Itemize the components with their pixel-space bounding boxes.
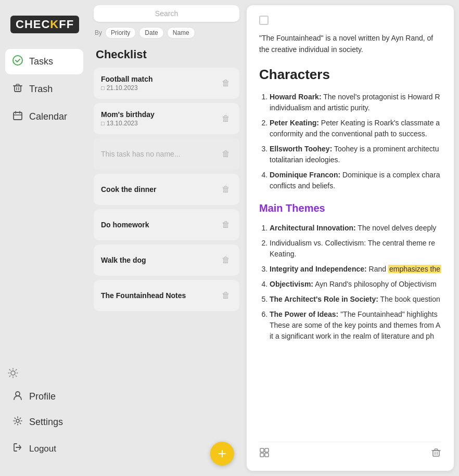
sidebar-item-tasks-label: Tasks (29, 56, 53, 67)
list-item: Ellsworth Toohey: Toohey is a prominent … (270, 144, 441, 165)
list-item: The Power of Ideas: "The Fountainhead" h… (270, 309, 441, 342)
list-item: Individualism vs. Collectivism: The cent… (270, 238, 441, 260)
settings-icon (12, 416, 23, 429)
filter-label: By (95, 29, 102, 36)
list-item: Objectivism: Ayn Rand's philosophy of Ob… (270, 279, 441, 290)
task-name: Walk the dog (101, 256, 146, 264)
logout-button[interactable]: Logout (5, 437, 83, 460)
task-info: Football match 21.10.2023 (101, 75, 153, 92)
tasks-icon (12, 55, 23, 68)
add-task-button[interactable]: + (210, 442, 234, 466)
logo-text: CHECKFF (10, 16, 79, 33)
task-date: 13.10.2023 (101, 120, 155, 127)
notes-content: "The Fountainhead" is a novel written by… (259, 32, 441, 435)
task-name: Football match (101, 75, 153, 83)
delete-task-btn[interactable]: 🗑 (220, 253, 232, 267)
svg-rect-10 (433, 451, 439, 456)
svg-rect-1 (15, 86, 21, 92)
task-name: Mom's birthday (101, 110, 155, 119)
sidebar-item-calendar-label: Calendar (29, 111, 67, 122)
logout-label: Logout (29, 444, 56, 454)
table-row[interactable]: Walk the dog 🗑 (94, 245, 239, 276)
theme-toggle-icon[interactable] (7, 367, 19, 379)
sidebar-item-profile[interactable]: Profile (5, 384, 83, 409)
task-info: Walk the dog (101, 256, 146, 264)
theme-name: Objectivism: (270, 280, 313, 288)
task-info: The Fountainhead Notes (101, 291, 186, 300)
sidebar: CHECKFF Tasks Trash (0, 0, 88, 476)
list-item: Architectural Innovation: The novel delv… (270, 223, 441, 234)
character-name: Ellsworth Toohey: (270, 145, 332, 153)
svg-point-3 (11, 371, 15, 375)
notes-panel: "The Fountainhead" is a novel written by… (247, 5, 454, 471)
search-bar[interactable]: Search (94, 5, 239, 22)
delete-task-btn[interactable]: 🗑 (220, 218, 232, 231)
svg-point-0 (13, 56, 22, 65)
notes-checkbox[interactable] (259, 16, 269, 25)
svg-point-4 (16, 392, 20, 396)
sidebar-item-profile-label: Profile (29, 391, 56, 402)
filter-name-btn[interactable]: Name (167, 27, 195, 38)
table-row[interactable]: This task has no name... 🗑 (94, 138, 239, 170)
nav-items: Tasks Trash Calendar (0, 49, 88, 208)
notes-intro: "The Fountainhead" is a novel written by… (259, 32, 441, 56)
sidebar-item-trash-label: Trash (29, 84, 53, 95)
task-info: Cook the dinner (101, 185, 157, 194)
delete-note-button[interactable] (431, 447, 441, 460)
sidebar-item-calendar[interactable]: Calendar (5, 104, 83, 130)
sidebar-item-tasks[interactable]: Tasks (5, 49, 83, 74)
delete-task-btn[interactable]: 🗑 (220, 76, 232, 90)
delete-task-btn[interactable]: 🗑 (220, 147, 232, 161)
table-row[interactable]: Cook the dinner 🗑 (94, 174, 239, 205)
theme-name: The Architect's Role in Society: (270, 295, 378, 303)
checklist-panel: Search By Priority Date Name Checklist F… (88, 0, 245, 476)
svg-rect-8 (260, 453, 264, 457)
checklist-title: Checklist (94, 44, 239, 68)
task-info: This task has no name... (101, 150, 181, 158)
delete-task-btn[interactable]: 🗑 (220, 112, 232, 125)
character-name: Howard Roark: (270, 93, 322, 101)
character-name: Peter Keating: (270, 119, 319, 127)
table-row[interactable]: Football match 21.10.2023 🗑 (94, 68, 239, 99)
trash-nav-icon (12, 83, 23, 96)
search-placeholder: Search (155, 9, 178, 18)
task-name: The Fountainhead Notes (101, 291, 186, 300)
table-row[interactable]: Do homework 🗑 (94, 209, 239, 240)
filter-row: By Priority Date Name (94, 27, 239, 38)
svg-rect-9 (265, 453, 269, 457)
list-item: Howard Roark: The novel's protagonist is… (270, 92, 441, 113)
svg-rect-2 (14, 112, 22, 120)
filter-date-btn[interactable]: Date (139, 27, 163, 38)
task-info: Mom's birthday 13.10.2023 (101, 110, 155, 127)
task-name: Cook the dinner (101, 185, 157, 194)
list-item: The Architect's Role in Society: The boo… (270, 294, 441, 305)
list-item: Peter Keating: Peter Keating is Roark's … (270, 118, 441, 139)
sidebar-item-trash[interactable]: Trash (5, 76, 83, 102)
filter-priority-btn[interactable]: Priority (105, 27, 136, 38)
theme-name: Architectural Innovation: (270, 224, 356, 232)
sidebar-item-settings-label: Settings (29, 417, 63, 428)
logo: CHECKFF (0, 10, 88, 49)
table-row[interactable]: The Fountainhead Notes 🗑 (94, 280, 239, 311)
logo-highlight: K (50, 18, 59, 31)
svg-point-5 (16, 419, 19, 422)
highlighted-text: emphasizes the (388, 265, 441, 273)
grid-view-button[interactable] (259, 447, 270, 460)
themes-list: Architectural Innovation: The novel delv… (259, 223, 441, 342)
notes-bottom-actions (259, 442, 441, 460)
character-name: Dominique Francon: (270, 171, 340, 179)
delete-task-btn[interactable]: 🗑 (220, 183, 232, 196)
theme-name: Integrity and Independence: (270, 265, 367, 273)
table-row[interactable]: Mom's birthday 13.10.2023 🗑 (94, 103, 239, 134)
tasks-list: Football match 21.10.2023 🗑 Mom's birthd… (94, 68, 239, 471)
delete-task-btn[interactable]: 🗑 (220, 289, 232, 302)
calendar-icon (12, 110, 23, 123)
sidebar-item-settings[interactable]: Settings (5, 409, 83, 435)
themes-title: Main Themes (259, 200, 441, 216)
list-item: Integrity and Independence: Rand emphasi… (270, 264, 441, 275)
task-info: Do homework (101, 221, 149, 229)
theme-name: The Power of Ideas: (270, 310, 338, 318)
logout-icon (12, 442, 23, 455)
task-date: 21.10.2023 (101, 84, 153, 92)
main-content: Search By Priority Date Name Checklist F… (88, 0, 459, 476)
